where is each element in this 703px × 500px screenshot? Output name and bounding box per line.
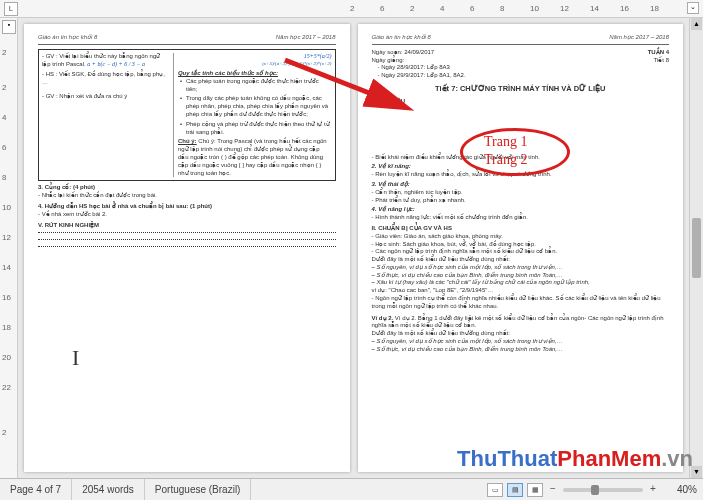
text-line: - Phát triển tư duy, phản xạ nhanh. xyxy=(372,197,670,205)
text-line: – Xâu kí tự (hay xâu) là các "chữ cái" l… xyxy=(372,279,670,287)
watermark-part: .vn xyxy=(661,446,693,471)
view-read-button[interactable]: ▭ xyxy=(487,483,503,497)
formula: a + b(c − d) + 6 / 3 − a xyxy=(87,61,145,67)
ruler-number: 12 xyxy=(560,4,569,13)
text-line: - Cẩn thận, nghiêm túc luyện tập. xyxy=(372,189,670,197)
ruler-number: 12 xyxy=(2,233,11,242)
ruler-number: 4 xyxy=(440,4,444,13)
text-line: - Hình thành năng lực: viết một số chươn… xyxy=(372,214,670,222)
scroll-thumb[interactable] xyxy=(692,218,701,278)
ruler-number: 22 xyxy=(2,383,11,392)
horizontal-ruler: L 2 6 2 4 6 8 10 12 14 16 18 ⌄ xyxy=(0,0,703,18)
vertical-ruler: ▪ 2 2 4 6 8 10 12 14 16 18 20 22 2 xyxy=(0,18,18,478)
status-wordcount[interactable]: 2054 words xyxy=(72,479,145,500)
ruler-number: 8 xyxy=(500,4,504,13)
bullet-item: Phép cộng và phép trừ được thực hiện the… xyxy=(178,121,332,137)
text-line: Dưới đây là một số kiểu dữ liệu thường d… xyxy=(372,256,670,264)
text-line: - Nhắc lại kiến thức cần đạt được trong … xyxy=(38,192,336,200)
subtitle: Quy tắc tính các biểu thức số học: xyxy=(178,70,332,78)
view-print-button[interactable]: ▤ xyxy=(507,483,523,497)
ruler-number: 2 xyxy=(2,428,6,437)
text-line: - Rèn luyện kĩ năng soạn thảo, dịch, sửa… xyxy=(372,171,670,179)
text-line: – Số nguyên, ví dụ số học sinh của một l… xyxy=(372,264,670,272)
sub-heading: 4. Về năng lực: xyxy=(372,206,670,214)
status-right-group: ▭ ▤ ▦ − + 40% xyxy=(487,483,703,497)
text-cursor-icon: I xyxy=(72,344,79,373)
section-heading: 4. Hướng dẫn HS học bài ở nhà và chuẩn b… xyxy=(38,203,336,211)
page-right[interactable]: Giáo án tin học khối 8 Năm học 2017 – 20… xyxy=(358,24,684,472)
ruler-number: 2 xyxy=(2,83,6,92)
ruler-marks: 2 6 2 4 6 8 10 12 14 16 18 xyxy=(30,2,683,16)
text-line: - GV : Viết lại biểu thức này bằng ngôn … xyxy=(42,53,170,61)
status-language[interactable]: Portuguese (Brazil) xyxy=(145,479,252,500)
page-left[interactable]: Giáo án tin học khối 8 Năm học 2017 – 20… xyxy=(24,24,350,472)
zoom-slider[interactable] xyxy=(563,488,643,492)
text-line: – Số thực, ví dụ chiều cao của bạn Bình,… xyxy=(372,346,670,354)
watermark-part: PhanMem xyxy=(557,446,661,471)
note-line: Chú ý: Chú ý: Trong Pascal (và trong hầu… xyxy=(178,138,332,177)
ruler-number: 10 xyxy=(530,4,539,13)
formula: (x+5)/(a+3)-y/(b+5)*(x+2)*(x+2) xyxy=(178,61,332,68)
watermark-part: ThuThuat xyxy=(457,446,557,471)
ruler-number: 6 xyxy=(470,4,474,13)
text-line: - Ngày 28/9/2017: Lớp 8A3 xyxy=(372,64,466,72)
text-line: - HS : Viết SGK, Đồ dùng học tập, bảng p… xyxy=(42,71,170,87)
watermark: ThuThuatPhanMem.vn xyxy=(457,446,693,472)
ruler-number: 16 xyxy=(620,4,629,13)
zoom-level[interactable]: 40% xyxy=(663,484,697,495)
ruler-number: 6 xyxy=(380,4,384,13)
ruler-number: 14 xyxy=(2,263,11,272)
status-bar: Page 4 of 7 2054 words Portuguese (Brazi… xyxy=(0,478,703,500)
header-left: Giáo án tin học khối 8 xyxy=(372,34,431,42)
text-line: - Về nhà xem trước bài 2. xyxy=(38,211,336,219)
ruler-number: 8 xyxy=(2,173,6,182)
view-web-button[interactable]: ▦ xyxy=(527,483,543,497)
ruler-number: 2 xyxy=(410,4,414,13)
text-line: ví dụ: "Chao cac ban", "Lop 8E", "2/9/19… xyxy=(372,287,670,295)
text-line: Ngày soạn: 24/09/2017 xyxy=(372,49,466,57)
ruler-number: 16 xyxy=(2,293,11,302)
zoom-in-button[interactable]: + xyxy=(647,484,659,496)
vertical-scrollbar[interactable]: ▲ ▼ xyxy=(689,18,703,478)
document-workspace[interactable]: Giáo án tin học khối 8 Năm học 2017 – 20… xyxy=(18,18,689,478)
text-line: - Biết khái niệm điều khiển tương tác gi… xyxy=(372,154,670,162)
ruler-top-button[interactable]: ▪ xyxy=(2,20,16,34)
section-heading: I. MỤC TIÊU xyxy=(372,98,670,106)
header-right: Năm học 2017 – 2018 xyxy=(276,34,336,42)
text-line: - Giáo viên: Giáo án, sách giáo khoa, ph… xyxy=(372,233,670,241)
content-table: - GV : Viết lại biểu thức này bằng ngôn … xyxy=(38,49,336,182)
ruler-number: 2 xyxy=(2,48,6,57)
status-page[interactable]: Page 4 of 7 xyxy=(0,479,72,500)
scroll-up-button[interactable]: ▲ xyxy=(691,18,702,30)
section-heading: V. RÚT KINH NGHIỆM xyxy=(38,222,336,230)
lesson-title: Tiết 7: CHƯƠNG TRÌNH MÁY TÍNH VÀ DỮ LIỆU xyxy=(372,84,670,94)
ruler-number: 20 xyxy=(2,353,11,362)
section-heading: II. CHUẨN BỊ CỦA GV VÀ HS xyxy=(372,225,670,233)
header-right: Năm học 2017 – 2018 xyxy=(609,34,669,42)
text-line: – Số nguyên, ví dụ số học sinh của một l… xyxy=(372,338,670,346)
bullet-item: Các phép toán trong ngoặc được thực hiện… xyxy=(178,78,332,94)
ruler-corner-button[interactable]: L xyxy=(4,2,18,16)
zoom-slider-thumb[interactable] xyxy=(591,485,599,495)
page-header: Giáo án tin học khối 8 Năm học 2017 – 20… xyxy=(372,34,670,45)
ruler-number: 14 xyxy=(590,4,599,13)
text-line: Tiết 8 xyxy=(648,57,669,65)
ruler-number: 10 xyxy=(2,203,11,212)
formula: 15+5*(a/2) xyxy=(178,53,332,61)
text-line: - Các ngôn ngữ lập trình định nghĩa sẵn … xyxy=(372,248,670,256)
text-line: - Ngôn ngữ lập trình cụ thể còn định ngh… xyxy=(372,295,670,311)
bullet-item: Trong dãy các phép toán không có dấu ngo… xyxy=(178,95,332,118)
lesson-meta: Ngày soạn: 24/09/2017 Ngày giảng: - Ngày… xyxy=(372,49,670,80)
table-left-col: - GV : Viết lại biểu thức này bằng ngôn … xyxy=(42,53,174,178)
header-left: Giáo án tin học khối 8 xyxy=(38,34,97,42)
ruler-number: 18 xyxy=(650,4,659,13)
ruler-expand-button[interactable]: ⌄ xyxy=(687,2,699,14)
ruler-number: 18 xyxy=(2,323,11,332)
text-line: Ví dụ 2. Ví dụ 2. Bảng 1 dưới đây liệt k… xyxy=(372,315,670,331)
page-header: Giáo án tin học khối 8 Năm học 2017 – 20… xyxy=(38,34,336,45)
text-line: lập trình Pascal. a + b(c − d) + 6 / 3 −… xyxy=(42,61,170,69)
week-label: TUẦN 4 xyxy=(648,49,669,57)
ruler-number: 2 xyxy=(350,4,354,13)
zoom-out-button[interactable]: − xyxy=(547,484,559,496)
text-line: - GV : Nhận xét và đưa ra chú ý xyxy=(42,93,170,101)
